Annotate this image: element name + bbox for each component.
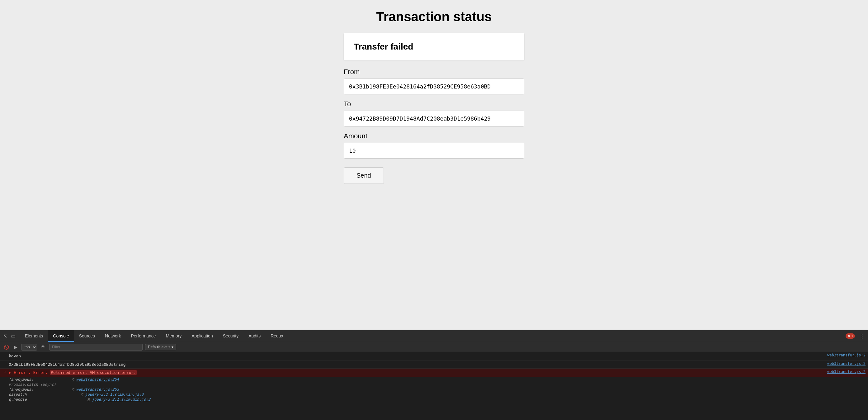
console-row-error: ⚠ ▼ Error : Error: Returned error: VM ex…	[0, 369, 868, 377]
tab-redux[interactable]: Redux	[266, 330, 288, 342]
error-row-icon: ⚠	[2, 369, 7, 374]
devtools-tabs: Elements Console Sources Network Perform…	[20, 330, 845, 342]
devtools-tab-end: ✕ 1 ⋮	[845, 332, 867, 340]
console-row: kovan web3transfer.js:2	[0, 352, 868, 361]
stack-frame-link[interactable]: web3transfer.js:254	[76, 377, 119, 382]
stack-frame: dispatch @ jquery-3.2.1.slim.min.js:3	[0, 392, 868, 397]
error-highlight-text: Returned error: VM execution error.	[50, 370, 137, 375]
stack-frame: (anonymous) @ web3transfer.js:253	[0, 387, 868, 392]
tab-console[interactable]: Console	[48, 330, 74, 342]
transfer-form: From To Amount Send	[344, 68, 524, 184]
console-row-content: 0x3B1b198FE3Ee0428164a2fD38529CE958e63a0…	[9, 361, 822, 368]
amount-input[interactable]	[344, 143, 524, 159]
status-card: Transfer failed	[344, 33, 524, 60]
levels-button[interactable]: Default levels ▾	[145, 344, 176, 350]
more-options-icon[interactable]: ⋮	[858, 332, 867, 340]
from-group: From	[344, 68, 524, 94]
error-circle-icon: ⚠	[4, 369, 6, 374]
file-link[interactable]: web3transfer.js:2	[822, 353, 866, 357]
send-button[interactable]: Send	[344, 167, 384, 184]
tab-memory[interactable]: Memory	[161, 330, 187, 342]
stack-frame-link[interactable]: jquery-3.2.1.slim.min.js:3	[85, 392, 144, 397]
error-icon-x: ✕	[847, 334, 850, 338]
collapse-icon[interactable]: ▶	[13, 344, 19, 350]
to-label: To	[344, 100, 524, 108]
tab-sources[interactable]: Sources	[74, 330, 100, 342]
tab-elements[interactable]: Elements	[20, 330, 48, 342]
stack-frame-async: Promise.catch (async)	[0, 382, 868, 387]
file-link[interactable]: web3transfer.js:2	[822, 369, 866, 374]
device-icon[interactable]: ▭	[9, 332, 18, 340]
error-badge: ✕ 1	[845, 333, 855, 339]
console-filter-bar: 🚫 ▶ top 👁 Default levels ▾	[0, 342, 868, 352]
from-input[interactable]	[344, 79, 524, 94]
stack-frame-link[interactable]: web3transfer.js:253	[76, 387, 119, 392]
filter-input[interactable]	[49, 344, 143, 351]
eye-icon[interactable]: 👁	[39, 344, 47, 350]
transfer-status: Transfer failed	[354, 42, 413, 51]
from-label: From	[344, 68, 524, 76]
tab-security[interactable]: Security	[218, 330, 244, 342]
main-content: Transaction status Transfer failed From …	[0, 0, 868, 330]
devtools-panel: ↸ ▭ Elements Console Sources Network Per…	[0, 330, 868, 420]
tab-performance[interactable]: Performance	[126, 330, 161, 342]
stack-frame: q.handle @ jquery-3.2.1.slim.min.js:3	[0, 397, 868, 402]
console-output: kovan web3transfer.js:2 0x3B1b198FE3Ee04…	[0, 352, 868, 420]
file-link[interactable]: web3transfer.js:2	[822, 361, 866, 366]
clear-console-icon[interactable]: 🚫	[2, 344, 10, 350]
page-title: Transaction status	[376, 9, 492, 24]
console-row-content: kovan	[9, 353, 822, 359]
stack-frame: (anonymous) @ web3transfer.js:254	[0, 377, 868, 382]
console-error-content: ▼ Error : Error: Returned error: VM exec…	[9, 369, 822, 376]
amount-label: Amount	[344, 132, 524, 140]
devtools-tabbar: ↸ ▭ Elements Console Sources Network Per…	[0, 330, 868, 342]
console-row: 0x3B1b198FE3Ee0428164a2fD38529CE958e63a0…	[0, 361, 868, 369]
toolbar-icons: ↸ ▭	[1, 332, 18, 340]
tab-audits[interactable]: Audits	[244, 330, 266, 342]
tab-network[interactable]: Network	[100, 330, 126, 342]
stack-frame-link[interactable]: jquery-3.2.1.slim.min.js:3	[92, 397, 150, 402]
tab-application[interactable]: Application	[186, 330, 218, 342]
amount-group: Amount	[344, 132, 524, 159]
to-group: To	[344, 100, 524, 127]
chevron-down-icon: ▾	[172, 345, 174, 349]
error-arrow-icon: ▼	[9, 371, 10, 374]
inspect-icon[interactable]: ↸	[1, 332, 9, 340]
to-input[interactable]	[344, 111, 524, 127]
context-select[interactable]: top	[21, 344, 37, 351]
